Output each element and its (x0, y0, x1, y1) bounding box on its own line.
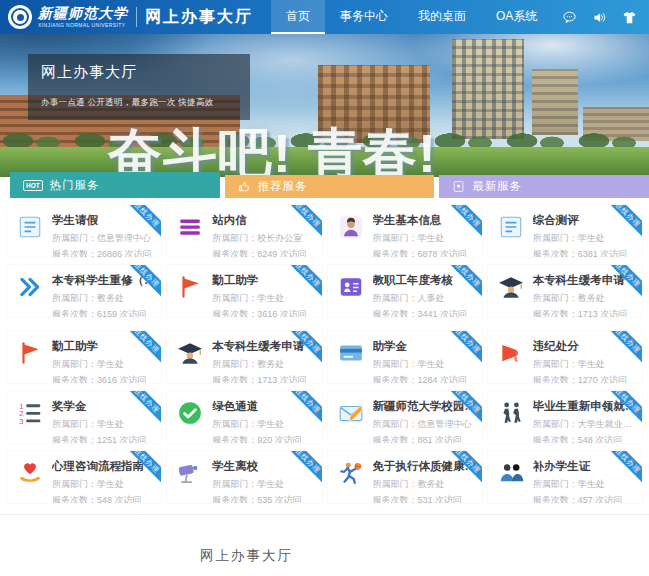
service-dept: 所属部门：信息管理中心 (52, 232, 152, 245)
check-circle-icon (177, 400, 203, 426)
university-name-cn: 新疆师范大学 (38, 7, 128, 21)
heart-hand-icon (17, 460, 43, 486)
service-card[interactable]: 在线办理综合测评所属部门：学生处服务次数：6381 次访问 (487, 204, 643, 258)
nav-tab-2[interactable]: 我的桌面 (403, 0, 481, 34)
walking-people-icon (498, 400, 524, 426)
service-dept: 所属部门：教务处 (533, 292, 628, 305)
university-name-block: 新疆师范大学 XINJIANG NORMAL UNIVERSITY (38, 7, 128, 28)
service-card[interactable]: 在线办理本专科生缓考申请所属部门：教务处服务次数：1713 次访问 (166, 330, 322, 384)
service-card[interactable]: 在线办理学生离校所属部门：学生处服务次数：535 次访问 (166, 450, 322, 504)
mail-pencil-icon (338, 400, 364, 426)
service-card[interactable]: 在线办理毕业生重新申领就业协议书.所属部门：大学生就业指导中心服务次数：548 … (487, 390, 643, 444)
service-card-text: 学生请假所属部门：信息管理中心服务次数：26886 次访问 (52, 213, 152, 257)
chat-icon[interactable] (562, 10, 577, 25)
service-dept: 所属部门：教务处 (212, 358, 307, 371)
service-visits: 服务次数：881 次访问 (373, 434, 478, 444)
service-tab-label: 最新服务 (472, 179, 522, 194)
service-title[interactable]: 站内信 (212, 213, 307, 228)
header-icons (562, 10, 637, 25)
service-card[interactable]: 在线办理新疆师范大学校园网用户邮件服务...所属部门：信息管理中心服务次数：88… (327, 390, 483, 444)
nav-tab-0[interactable]: 首页 (271, 0, 325, 34)
page-footer: 网上办事大厅 (0, 514, 649, 576)
service-dept: 所属部门：大学生就业指导中心 (533, 418, 638, 431)
service-dept: 所属部门：学生处 (373, 232, 468, 245)
service-card-text: 学生基本信息所属部门：学生处服务次数：6878 次访问 (373, 213, 468, 257)
service-title[interactable]: 学生基本信息 (373, 213, 468, 228)
speaker-icon[interactable] (592, 10, 607, 25)
service-visits: 服务次数：1713 次访问 (533, 308, 628, 318)
nav-tab-1[interactable]: 事务中心 (325, 0, 403, 34)
service-card[interactable]: 在线办理助学金所属部门：学生处服务次数：1284 次访问 (327, 330, 483, 384)
flag-icon (17, 340, 43, 366)
service-card[interactable]: 在线办理勤工助学所属部门：学生处服务次数：3616 次访问 (166, 264, 322, 318)
service-title[interactable]: 奖学金 (52, 399, 147, 414)
service-title[interactable]: 勤工助学 (52, 339, 147, 354)
nav-tab-3[interactable]: OA系统 (481, 0, 552, 34)
two-people-icon (498, 460, 524, 486)
megaphone-icon (498, 340, 524, 366)
service-dept: 所属部门：学生处 (212, 418, 302, 431)
service-card[interactable]: 在线办理绿色通道所属部门：学生处服务次数：920 次访问 (166, 390, 322, 444)
service-card-text: 站内信所属部门：校长办公室服务次数：8249 次访问 (212, 213, 307, 257)
service-visits: 服务次数：6381 次访问 (533, 248, 628, 258)
service-title[interactable]: 心理咨询流程指南 (52, 459, 144, 474)
double-chevron-icon (17, 274, 43, 300)
graduate-icon (177, 340, 203, 366)
service-card[interactable]: 在线办理学生请假所属部门：信息管理中心服务次数：26886 次访问 (6, 204, 162, 258)
service-dept: 所属部门：学生处 (52, 418, 147, 431)
graduate-icon (498, 274, 524, 300)
service-dept: 所属部门：教务处 (373, 478, 478, 491)
svg-text:3: 3 (19, 417, 23, 426)
services-section: 在线办理学生请假所属部门：信息管理中心服务次数：26886 次访问在线办理站内信… (0, 198, 649, 504)
service-card[interactable]: 在线办理教职工年度考核所属部门：人事处服务次数：3441 次访问 (327, 264, 483, 318)
service-card[interactable]: 在线办理123奖学金所属部门：学生处服务次数：1251 次访问 (6, 390, 162, 444)
basketball-icon (338, 460, 364, 486)
tshirt-icon[interactable] (622, 10, 637, 25)
service-dept: 所属部门：学生处 (533, 232, 628, 245)
service-card[interactable]: 在线办理本专科学生重修（重考）申请所属部门：教务处服务次数：6159 次访问 (6, 264, 162, 318)
service-title[interactable]: 教职工年度考核 (373, 273, 468, 288)
service-card-text: 本专科生缓考申请所属部门：教务处服务次数：1713 次访问 (212, 339, 307, 383)
header-divider (136, 7, 137, 27)
service-title[interactable]: 违纪处分 (533, 339, 628, 354)
service-card[interactable]: 在线办理违纪处分所属部门：学生处服务次数：1270 次访问 (487, 330, 643, 384)
service-card-text: 勤工助学所属部门：学生处服务次数：3616 次访问 (212, 273, 307, 317)
portal-title: 网上办事大厅 (145, 7, 253, 28)
service-card[interactable]: 在线办理免于执行体质健康标准（含公共体...所属部门：教务处服务次数：531 次… (327, 450, 483, 504)
service-title[interactable]: 学生请假 (52, 213, 152, 228)
service-title[interactable]: 学生离校 (212, 459, 302, 474)
service-card[interactable]: 在线办理站内信所属部门：校长办公室服务次数：8249 次访问 (166, 204, 322, 258)
service-title[interactable]: 本专科生缓考申请 (533, 273, 628, 288)
service-card-text: 补办学生证所属部门：学生处服务次数：457 次访问 (533, 459, 623, 503)
service-tabs: HOT热门服务推荐服务最新服务 (0, 175, 649, 198)
service-visits: 服务次数：1284 次访问 (373, 374, 468, 384)
service-card[interactable]: 在线办理勤工助学所属部门：学生处服务次数：3616 次访问 (6, 330, 162, 384)
service-card-text: 免于执行体质健康标准（含公共体...所属部门：教务处服务次数：531 次访问 (373, 459, 478, 503)
service-tab-0[interactable]: HOT热门服务 (10, 172, 220, 198)
bank-card-icon (338, 340, 364, 366)
service-card[interactable]: 在线办理学生基本信息所属部门：学生处服务次数：6878 次访问 (327, 204, 483, 258)
service-card-text: 教职工年度考核所属部门：人事处服务次数：3441 次访问 (373, 273, 468, 317)
service-visits: 服务次数：535 次访问 (212, 494, 302, 504)
badge-star-icon (452, 180, 465, 193)
service-title[interactable]: 助学金 (373, 339, 468, 354)
service-title[interactable]: 补办学生证 (533, 459, 623, 474)
service-visits: 服务次数：6159 次访问 (52, 308, 157, 318)
camera-icon (177, 460, 203, 486)
service-card[interactable]: 在线办理补办学生证所属部门：学生处服务次数：457 次访问 (487, 450, 643, 504)
service-card-text: 本专科学生重修（重考）申请所属部门：教务处服务次数：6159 次访问 (52, 273, 157, 317)
service-title[interactable]: 勤工助学 (212, 273, 307, 288)
service-tab-1[interactable]: 推荐服务 (225, 175, 435, 198)
service-card-text: 毕业生重新申领就业协议书.所属部门：大学生就业指导中心服务次数：548 次访问 (533, 399, 638, 443)
service-title[interactable]: 本专科生缓考申请 (212, 339, 307, 354)
service-tab-2[interactable]: 最新服务 (439, 175, 649, 198)
service-card-text: 综合测评所属部门：学生处服务次数：6381 次访问 (533, 213, 628, 257)
service-card[interactable]: 在线办理心理咨询流程指南所属部门：学生处服务次数：548 次访问 (6, 450, 162, 504)
service-title[interactable]: 综合测评 (533, 213, 628, 228)
hero-banner: 奋斗吧! 青春! 网上办事大厅 办事一点通 公开透明，最多跑一次 快捷高效 (0, 34, 649, 177)
service-visits: 服务次数：6878 次访问 (373, 248, 468, 258)
service-card[interactable]: 在线办理本专科生缓考申请所属部门：教务处服务次数：1713 次访问 (487, 264, 643, 318)
user-avatar-icon (338, 214, 364, 240)
service-visits: 服务次数：548 次访问 (52, 494, 144, 504)
service-title[interactable]: 绿色通道 (212, 399, 302, 414)
